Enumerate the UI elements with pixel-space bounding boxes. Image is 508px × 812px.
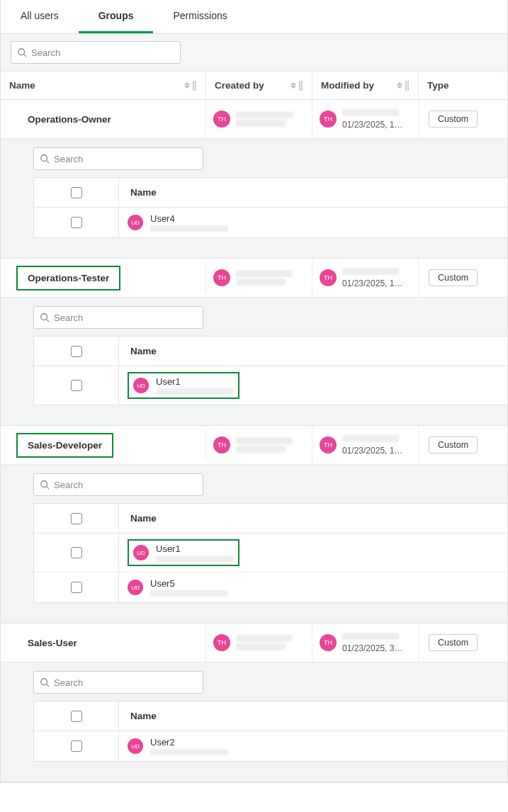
members-panel: Name UD User2 <box>1 662 507 782</box>
avatar: UD <box>128 580 143 595</box>
select-all-checkbox[interactable] <box>71 187 82 198</box>
row-checkbox[interactable] <box>71 380 82 391</box>
column-resize-handle[interactable] <box>193 81 197 91</box>
person-cell: TH 01/23/2025, 1… <box>312 259 410 297</box>
col-type-label: Type <box>427 80 449 91</box>
members-table: Name UD User1 UD User5 <box>33 503 507 603</box>
tab-groups[interactable]: Groups <box>79 0 154 33</box>
col-created-by[interactable]: Created by <box>206 72 312 99</box>
redacted-name <box>236 111 293 118</box>
row-checkbox[interactable] <box>71 217 82 228</box>
avatar: TH <box>320 436 337 453</box>
highlighted-user: UD User1 <box>128 539 239 566</box>
search-icon <box>40 154 50 164</box>
modified-by-cell: TH 01/23/2025, 1… <box>312 259 419 297</box>
person-text: 01/23/2025, 1… <box>342 268 402 288</box>
person-cell: TH <box>206 259 300 297</box>
user-cell: UD User4 <box>119 208 507 237</box>
col-type[interactable]: Type <box>419 72 507 99</box>
created-by-cell: TH <box>206 259 312 297</box>
person-cell: TH 01/23/2025, 1… <box>312 100 410 138</box>
column-resize-handle[interactable] <box>405 81 410 91</box>
modified-date: 01/23/2025, 1… <box>342 120 402 130</box>
members-name-header[interactable]: Name <box>119 701 507 731</box>
select-all-cell <box>34 178 119 207</box>
redacted-email <box>150 749 228 755</box>
col-name-label: Name <box>9 80 35 91</box>
select-all-checkbox[interactable] <box>71 346 82 357</box>
members-search <box>33 306 203 329</box>
person-text <box>236 437 293 453</box>
user-cell: UD User5 <box>119 573 507 602</box>
created-by-cell: TH <box>206 624 312 662</box>
col-modified-by-label: Modified by <box>321 80 374 91</box>
redacted-email <box>150 225 228 232</box>
member-row[interactable]: UD User1 <box>34 534 507 573</box>
tab-permissions[interactable]: Permissions <box>153 0 247 33</box>
person-cell: TH 01/23/2025, 1… <box>312 426 410 464</box>
person-cell: TH <box>206 426 300 464</box>
redacted-email <box>156 556 234 562</box>
group-name-cell[interactable]: Sales-Developer <box>16 429 206 461</box>
redacted-name <box>236 635 293 642</box>
col-modifiedby-sort[interactable] <box>397 81 410 91</box>
members-name-header[interactable]: Name <box>119 178 507 207</box>
group-row: Sales-User TH TH 01/23/2025, 3… Custom <box>1 624 507 662</box>
search-icon <box>17 47 27 57</box>
members-name-header[interactable]: Name <box>119 337 507 366</box>
row-checkbox[interactable] <box>71 582 82 593</box>
member-row[interactable]: UD User1 <box>34 366 507 405</box>
select-all-checkbox[interactable] <box>71 513 82 524</box>
members-search-input[interactable] <box>50 677 197 689</box>
row-checkbox[interactable] <box>71 740 82 752</box>
col-modified-by[interactable]: Modified by <box>312 72 419 99</box>
search-icon <box>40 480 50 490</box>
redacted-name <box>236 437 293 444</box>
members-header: Name <box>34 701 507 731</box>
checkbox-cell <box>34 208 119 237</box>
user-meta: User1 <box>156 543 234 562</box>
redacted-name <box>342 109 399 116</box>
type-cell: Custom <box>419 624 507 662</box>
members-search <box>33 473 203 496</box>
modified-by-cell: TH 01/23/2025, 1… <box>312 426 419 464</box>
members-search-input[interactable] <box>50 479 197 491</box>
members-name-header[interactable]: Name <box>119 504 507 533</box>
members-search-input[interactable] <box>50 312 197 324</box>
column-resize-handle[interactable] <box>299 81 303 91</box>
row-checkbox[interactable] <box>71 547 82 558</box>
svg-point-6 <box>41 481 47 487</box>
select-all-cell <box>34 504 119 533</box>
member-row[interactable]: UD User2 <box>34 731 507 761</box>
members-search-container <box>33 306 507 336</box>
group-name[interactable]: Operations-Owner <box>1 100 206 138</box>
svg-point-0 <box>18 49 25 55</box>
modified-by-cell: TH 01/23/2025, 1… <box>312 100 419 138</box>
members-search-input[interactable] <box>50 153 197 165</box>
type-badge: Custom <box>429 269 478 286</box>
checkbox-cell <box>34 366 119 405</box>
search-input[interactable] <box>27 47 174 59</box>
col-createdby-sort[interactable] <box>290 81 303 91</box>
svg-point-2 <box>41 155 47 162</box>
tab-all-users[interactable]: All users <box>1 0 79 33</box>
person-text <box>236 111 293 127</box>
group-name-cell[interactable]: Operations-Tester <box>16 262 206 293</box>
select-all-checkbox[interactable] <box>71 711 82 722</box>
members-search <box>33 671 203 694</box>
avatar: UD <box>133 378 149 393</box>
col-name[interactable]: Name <box>1 72 206 99</box>
avatar: TH <box>213 634 230 651</box>
group-name[interactable]: Sales-User <box>1 624 206 662</box>
avatar: UD <box>133 545 149 560</box>
group-name: Sales-Developer <box>16 433 113 458</box>
redacted-name <box>342 268 399 275</box>
group-row: Operations-Tester TH TH 01/23/2025, 1… C… <box>1 259 507 298</box>
search-container <box>11 41 181 64</box>
modified-date: 01/23/2025, 3… <box>342 643 402 653</box>
redacted-name <box>236 270 293 277</box>
group-row: Sales-Developer TH TH 01/23/2025, 1… Cus… <box>1 426 507 465</box>
member-row[interactable]: UD User5 <box>34 573 507 602</box>
member-row[interactable]: UD User4 <box>34 208 507 237</box>
col-name-sort[interactable] <box>184 81 197 91</box>
